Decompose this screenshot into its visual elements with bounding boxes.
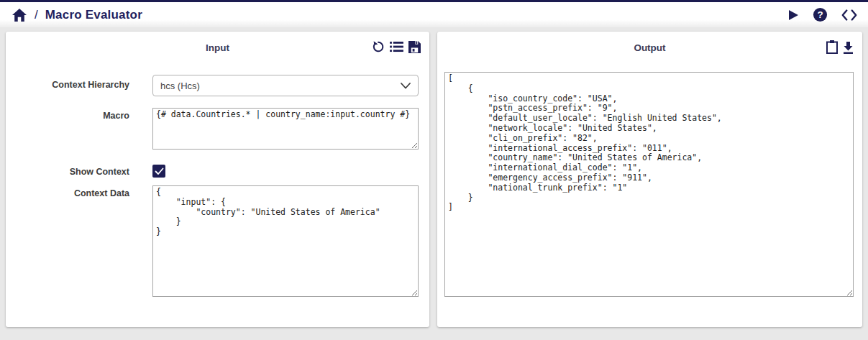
context-hierarchy-select[interactable]: hcs (Hcs) <box>152 75 419 96</box>
output-panel-title: Output <box>437 42 862 53</box>
input-panel-title: Input <box>6 42 429 53</box>
input-panel-actions <box>372 40 421 53</box>
chevron-down-icon <box>401 83 411 89</box>
output-panel-header: Output <box>437 32 862 63</box>
list-icon[interactable] <box>390 41 403 52</box>
help-icon[interactable]: ? <box>813 7 828 22</box>
page-title: Macro Evaluator <box>45 8 142 22</box>
clipboard-icon[interactable] <box>826 40 838 54</box>
macro-input[interactable]: {# data.Countries.* | country_name:input… <box>152 108 419 150</box>
code-icon[interactable] <box>841 9 858 22</box>
breadcrumb-separator: / <box>35 8 38 22</box>
run-icon[interactable] <box>787 9 800 22</box>
show-context-checkbox[interactable] <box>152 165 165 178</box>
svg-text:?: ? <box>817 9 823 20</box>
topbar: / Macro Evaluator ? <box>0 0 868 27</box>
save-icon[interactable] <box>408 41 421 53</box>
context-hierarchy-label: Context Hierarchy <box>6 80 129 90</box>
download-icon[interactable] <box>843 41 854 54</box>
context-hierarchy-selected-value: hcs (Hcs) <box>160 81 200 91</box>
output-panel-actions <box>826 40 854 54</box>
undo-icon[interactable] <box>372 40 385 53</box>
context-data-label: Context Data <box>6 188 129 198</box>
show-context-label: Show Context <box>6 167 129 177</box>
home-icon[interactable] <box>12 8 27 22</box>
output-textarea[interactable]: [ { "iso_country_code": "USA", "pstn_acc… <box>444 72 854 297</box>
output-panel: Output [ { "iso_country_code": "USA", "p… <box>437 32 862 327</box>
input-panel: Input <box>6 32 429 327</box>
input-panel-header: Input <box>6 32 429 63</box>
context-data-input[interactable]: { "input": { "country": "United States o… <box>152 185 419 297</box>
breadcrumb: / Macro Evaluator <box>12 8 142 22</box>
macro-label: Macro <box>6 111 129 121</box>
checkmark-icon <box>155 167 164 175</box>
topbar-actions: ? <box>787 7 858 22</box>
